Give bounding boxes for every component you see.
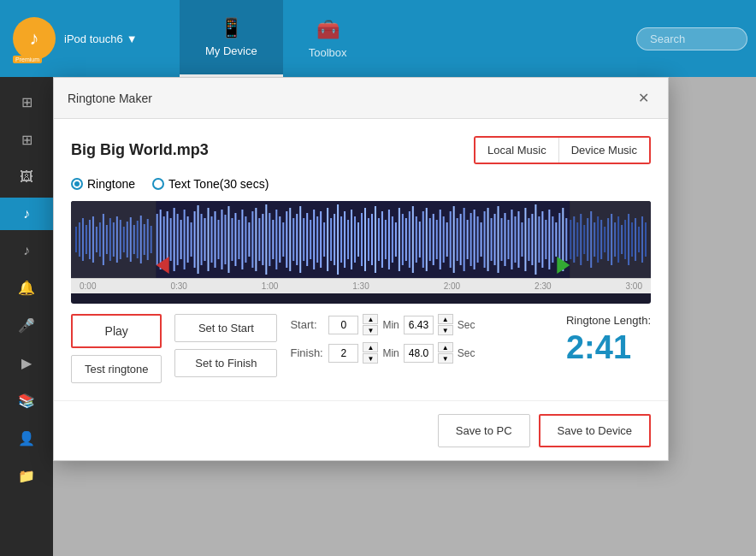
- dialog-body: Big Big World.mp3 Local Music Device Mus…: [54, 119, 668, 400]
- sidebar-item-photos[interactable]: 🖼: [0, 161, 53, 193]
- svg-rect-53: [248, 222, 250, 257]
- start-sec-input[interactable]: [404, 316, 434, 334]
- dialog-header: Ringtone Maker ✕: [54, 78, 668, 119]
- sidebar-item-videos[interactable]: ▶: [0, 346, 53, 380]
- svg-rect-114: [457, 218, 458, 261]
- finish-min-down[interactable]: ▼: [363, 353, 378, 364]
- start-min-up[interactable]: ▲: [363, 314, 378, 324]
- music-icon: ♪: [23, 206, 30, 222]
- close-button[interactable]: ✕: [633, 88, 654, 108]
- svg-rect-82: [347, 220, 349, 259]
- svg-rect-152: [587, 218, 588, 261]
- tab-my-device[interactable]: 📱 My Device: [180, 0, 283, 77]
- device-name: iPod touch6 ▼: [64, 33, 138, 45]
- svg-rect-113: [453, 206, 455, 273]
- svg-rect-24: [147, 219, 149, 260]
- svg-rect-42: [211, 216, 213, 263]
- finish-sec-input[interactable]: [404, 344, 434, 363]
- svg-rect-68: [299, 206, 301, 273]
- ringtone-radio[interactable]: Ringtone: [71, 177, 135, 191]
- svg-rect-127: [501, 218, 503, 261]
- sidebar-item-music[interactable]: ♪: [0, 198, 53, 230]
- svg-rect-125: [494, 214, 496, 265]
- svg-rect-62: [279, 216, 281, 263]
- svg-rect-129: [507, 220, 509, 259]
- start-min-down[interactable]: ▼: [363, 325, 378, 335]
- file-name: Big Big World.mp3: [71, 141, 209, 159]
- sidebar-item-contacts[interactable]: 👤: [0, 422, 53, 455]
- svg-rect-85: [357, 222, 359, 257]
- svg-rect-124: [491, 218, 493, 261]
- svg-rect-25: [151, 226, 152, 253]
- controls-row: Play Test ringtone Set to Start Set to F…: [71, 314, 651, 383]
- length-label: Ringtone Length:: [566, 314, 651, 327]
- svg-rect-87: [364, 208, 366, 271]
- svg-rect-143: [555, 222, 557, 257]
- main-content: ⊞ ⊞ 🖼 ♪ ♪ 🔔 🎤 ▶ 📚 👤 📁: [0, 77, 756, 556]
- svg-rect-61: [275, 210, 277, 269]
- finish-min-input[interactable]: [328, 344, 358, 363]
- svg-rect-164: [628, 214, 629, 265]
- contacts-icon: 👤: [18, 430, 35, 447]
- sidebar-item-summary[interactable]: ⊞: [0, 86, 53, 119]
- sidebar: ⊞ ⊞ 🖼 ♪ ♪ 🔔 🎤 ▶ 📚 👤 📁: [0, 77, 53, 556]
- svg-rect-23: [144, 224, 145, 255]
- svg-rect-123: [487, 208, 489, 271]
- text-tone-radio[interactable]: Text Tone(30 secs): [152, 177, 269, 191]
- save-to-pc-button[interactable]: Save to PC: [438, 414, 530, 447]
- svg-rect-57: [262, 214, 263, 265]
- finish-sec-down[interactable]: ▼: [438, 353, 453, 364]
- finish-sec-up[interactable]: ▲: [438, 342, 453, 352]
- finish-min-up[interactable]: ▲: [363, 342, 378, 352]
- svg-rect-59: [269, 213, 270, 266]
- start-sec-down[interactable]: ▼: [438, 325, 453, 335]
- search-input[interactable]: [636, 27, 747, 50]
- svg-rect-131: [514, 216, 516, 263]
- test-ringtone-button[interactable]: Test ringtone: [71, 355, 162, 383]
- svg-rect-166: [635, 218, 636, 261]
- svg-rect-110: [443, 216, 445, 263]
- sidebar-item-music2[interactable]: ♪: [0, 234, 53, 267]
- svg-rect-139: [541, 211, 543, 268]
- tab-toolbox[interactable]: 🧰 Toolbox: [283, 0, 373, 77]
- local-music-button[interactable]: Local Music: [475, 138, 559, 163]
- svg-rect-60: [272, 220, 274, 259]
- svg-rect-96: [395, 222, 397, 257]
- svg-rect-33: [180, 220, 182, 259]
- svg-rect-41: [208, 208, 210, 271]
- finish-min-spinner: ▲ ▼: [363, 342, 378, 364]
- sidebar-item-books[interactable]: 📚: [0, 384, 53, 417]
- time-column: Start: ▲ ▼ Min ▲ ▼: [290, 314, 475, 364]
- play-button[interactable]: Play: [71, 314, 162, 348]
- waveform-timeline: 0:00 0:30 1:00 1:30 2:00 2:30 3:00: [71, 278, 651, 293]
- svg-rect-138: [538, 216, 540, 263]
- svg-rect-115: [460, 214, 462, 265]
- save-to-device-button[interactable]: Save to Device: [539, 414, 651, 447]
- sidebar-item-voice[interactable]: 🎤: [0, 309, 53, 342]
- file-row: Big Big World.mp3 Local Music Device Mus…: [71, 136, 651, 164]
- sidebar-item-ringtones[interactable]: 🔔: [0, 271, 53, 305]
- svg-rect-63: [282, 222, 284, 257]
- sidebar-item-files[interactable]: 📁: [0, 459, 53, 493]
- svg-rect-155: [597, 216, 599, 263]
- sidebar-item-apps[interactable]: ⊞: [0, 123, 53, 157]
- top-bar: Premium iPod touch6 ▼ 📱 My Device 🧰 Tool…: [0, 0, 756, 77]
- start-sec-up[interactable]: ▲: [438, 314, 453, 324]
- set-to-start-button[interactable]: Set to Start: [174, 314, 277, 342]
- svg-rect-102: [416, 216, 417, 263]
- device-music-button[interactable]: Device Music: [559, 138, 649, 163]
- svg-rect-132: [517, 211, 519, 268]
- svg-rect-6: [86, 225, 87, 254]
- svg-rect-134: [524, 208, 526, 271]
- svg-rect-79: [337, 204, 339, 275]
- svg-rect-163: [624, 220, 626, 259]
- svg-rect-36: [191, 222, 192, 257]
- start-min-input[interactable]: [328, 316, 358, 334]
- svg-rect-67: [296, 214, 298, 265]
- set-to-finish-button[interactable]: Set to Finish: [174, 349, 277, 377]
- logo-area: Premium iPod touch6 ▼: [0, 0, 180, 77]
- svg-rect-95: [392, 216, 393, 263]
- svg-rect-46: [224, 215, 226, 264]
- svg-rect-83: [351, 210, 352, 269]
- svg-rect-26: [157, 214, 158, 265]
